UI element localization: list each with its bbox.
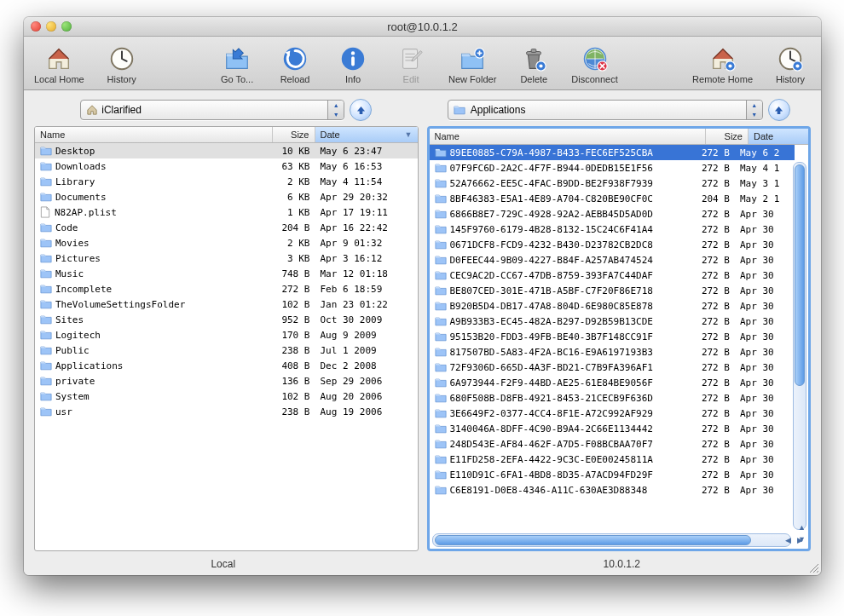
row-name: Desktop <box>35 146 273 157</box>
stepper-icon[interactable]: ▲▼ <box>746 101 762 119</box>
disconnect-button[interactable]: Disconnect <box>566 42 622 84</box>
resize-handle[interactable] <box>807 561 819 573</box>
row-date: Apr 30 <box>735 255 795 266</box>
table-row[interactable]: 0671DCF8-FCD9-4232-B430-D23782CB2DC8272 … <box>430 237 795 252</box>
scroll-up-arrow-icon[interactable]: ▲ <box>798 523 806 532</box>
table-row[interactable]: 145F9760-6179-4B28-8132-15C24C6F41A4272 … <box>430 222 795 237</box>
table-row[interactable]: 680F508B-D8FB-4921-8453-21CECB9F636D272 … <box>430 390 795 406</box>
row-date: Apr 30 <box>735 270 795 281</box>
info-button[interactable]: Info <box>327 42 379 84</box>
scrollbar-thumb[interactable] <box>435 535 751 545</box>
table-row[interactable]: CEC9AC2D-CC67-47DB-8759-393FA7C44DAF272 … <box>430 268 795 283</box>
row-date: May 6 16:53 <box>315 161 418 172</box>
table-row[interactable]: 817507BD-5A83-4F2A-BC16-E9A6197193B3272 … <box>430 344 795 360</box>
scroll-right-arrow-icon[interactable]: ▶ <box>794 534 806 546</box>
row-name: 680F508B-D8FB-4921-8453-21CECB9F636D <box>430 393 693 404</box>
row-size: 272 B <box>692 408 735 419</box>
table-row[interactable]: N82AP.plist1 KBApr 17 19:11 <box>35 204 418 220</box>
table-row[interactable]: Code204 BApr 16 22:42 <box>35 220 418 235</box>
history-button[interactable]: History <box>96 42 147 84</box>
table-row[interactable]: 3140046A-8DFF-4C90-B9A4-2C66E1134442272 … <box>430 421 795 436</box>
table-row[interactable]: 248D543E-AF84-462F-A7D5-F08BCBAA70F7272 … <box>430 436 795 452</box>
clock-net-icon <box>775 43 806 74</box>
stepper-icon[interactable]: ▲▼ <box>327 101 344 119</box>
table-row[interactable]: D0FEEC44-9B09-4227-B84F-A257AB474524272 … <box>430 252 795 268</box>
row-name: 8BF46383-E5A1-4E89-A704-C820BE90CF0C <box>430 193 693 204</box>
table-row[interactable]: 89EE0885-C79A-4987-B433-FEC6EF525CBA272 … <box>430 145 795 160</box>
table-row[interactable]: 72F9306D-665D-4A3F-BD21-C7B9FA396AF1272 … <box>430 360 795 375</box>
table-row[interactable]: A9B933B3-EC45-482A-B297-D92B59B13CDE272 … <box>430 314 795 329</box>
col-date[interactable]: Date <box>749 129 808 144</box>
horizontal-scrollbar[interactable]: ▶ ◀ <box>432 533 792 547</box>
table-row[interactable]: Incomplete272 BFeb 6 18:59 <box>35 281 418 296</box>
row-size: 272 B <box>692 270 735 281</box>
col-size[interactable]: Size <box>706 129 749 144</box>
table-row[interactable]: Sites952 BOct 30 2009 <box>35 312 418 327</box>
row-size: 10 KB <box>273 146 315 157</box>
table-row[interactable]: Movies2 KBApr 9 01:32 <box>35 235 418 250</box>
row-size: 102 B <box>273 299 315 310</box>
table-row[interactable]: E11FD258-2EFA-4422-9C3C-E0E00245811A272 … <box>430 452 795 467</box>
table-row[interactable]: 6866B8E7-729C-4928-92A2-AEBB45D5AD0D272 … <box>430 206 795 222</box>
row-date: Apr 30 <box>735 301 795 312</box>
zoom-button[interactable] <box>61 21 72 32</box>
table-row[interactable]: C6E8191-D0E8-4346-A11C-630AE3D88348272 B… <box>430 482 795 498</box>
table-row[interactable]: TheVolumeSettingsFolder102 BJan 23 01:22 <box>35 296 418 312</box>
row-name: usr <box>35 406 273 417</box>
table-row[interactable]: B920B5D4-DB17-47A8-804D-6E980C85E878272 … <box>430 298 795 314</box>
row-name: Music <box>35 268 273 279</box>
local-up-button[interactable] <box>350 99 372 121</box>
new-folder-button[interactable]: New Folder <box>443 42 501 84</box>
table-row[interactable]: 8BF46383-E5A1-4E89-A704-C820BE90CF0C204 … <box>430 191 795 206</box>
table-row[interactable]: usr238 BAug 19 2006 <box>35 404 418 419</box>
col-name[interactable]: Name <box>430 129 707 144</box>
local-path-selector[interactable]: iClarified ▲▼ <box>80 100 344 120</box>
row-size: 272 B <box>692 423 735 435</box>
remote-home-button[interactable]: Remote Home <box>687 42 758 84</box>
row-date: Apr 30 <box>735 408 795 419</box>
table-row[interactable]: Documents6 KBApr 29 20:32 <box>35 189 418 204</box>
table-row[interactable]: 6A973944-F2F9-44BD-AE25-61E84BE9056F272 … <box>430 375 795 390</box>
table-row[interactable]: 3E6649F2-0377-4CC4-8F1E-A72C992AF929272 … <box>430 406 795 421</box>
table-row[interactable]: Applications408 BDec 2 2008 <box>35 358 418 373</box>
col-size[interactable]: Size <box>273 127 315 142</box>
remote-up-button[interactable] <box>768 99 790 121</box>
table-row[interactable]: Downloads63 KBMay 6 16:53 <box>35 158 418 174</box>
col-date[interactable]: Date▼ <box>315 127 418 142</box>
table-row[interactable]: Logitech170 BAug 9 2009 <box>35 327 418 343</box>
table-row[interactable]: E110D91C-6FA1-4BD8-8D35-A7ACD94FD29F272 … <box>430 467 795 482</box>
row-size: 272 B <box>692 316 735 327</box>
table-row[interactable]: Library2 KBMay 4 11:54 <box>35 174 418 189</box>
row-date: Apr 30 <box>735 347 795 358</box>
close-button[interactable] <box>31 21 41 32</box>
row-date: May 4 1 <box>735 163 795 174</box>
col-name[interactable]: Name <box>35 127 273 142</box>
table-row[interactable]: Music748 BMar 12 01:18 <box>35 266 418 281</box>
minimize-button[interactable] <box>46 21 56 32</box>
goto-button[interactable]: Go To... <box>211 42 263 84</box>
table-row[interactable]: 52A76662-EE5C-4FAC-B9DD-BE2F938F7939272 … <box>430 176 795 191</box>
sort-desc-icon: ▼ <box>405 130 413 139</box>
table-row[interactable]: Pictures3 KBApr 3 16:12 <box>35 250 418 266</box>
row-size: 952 B <box>273 314 315 325</box>
table-row[interactable]: Public238 BJul 1 2009 <box>35 343 418 358</box>
local-home-button[interactable]: Local Home <box>29 42 90 84</box>
row-date: Sep 29 2006 <box>315 376 418 387</box>
history-button-r[interactable]: History <box>765 42 816 84</box>
row-size: 272 B <box>692 439 735 450</box>
reload-icon <box>280 43 310 74</box>
delete-button[interactable]: Delete <box>508 42 559 84</box>
scroll-left-arrow-icon[interactable]: ◀ <box>782 534 794 546</box>
row-size: 2 KB <box>273 176 315 187</box>
titlebar[interactable]: root@10.0.1.2 <box>24 17 821 37</box>
table-row[interactable]: 07F9FC6D-2A2C-4F7F-B944-0DEDB15E1F56272 … <box>430 160 795 176</box>
scrollbar-thumb[interactable] <box>795 164 805 386</box>
table-row[interactable]: BE807CED-301E-471B-A5BF-C7F20F86E718272 … <box>430 283 795 298</box>
table-row[interactable]: System102 BAug 20 2006 <box>35 389 418 404</box>
table-row[interactable]: 95153B20-FDD3-49FB-BE40-3B7F148CC91F272 … <box>430 329 795 344</box>
table-row[interactable]: private136 BSep 29 2006 <box>35 373 418 389</box>
table-row[interactable]: Desktop10 KBMay 6 23:47 <box>35 143 418 158</box>
reload-button[interactable]: Reload <box>269 42 321 84</box>
remote-path-selector[interactable]: Applications ▲▼ <box>448 100 763 120</box>
vertical-scrollbar[interactable] <box>793 162 806 530</box>
